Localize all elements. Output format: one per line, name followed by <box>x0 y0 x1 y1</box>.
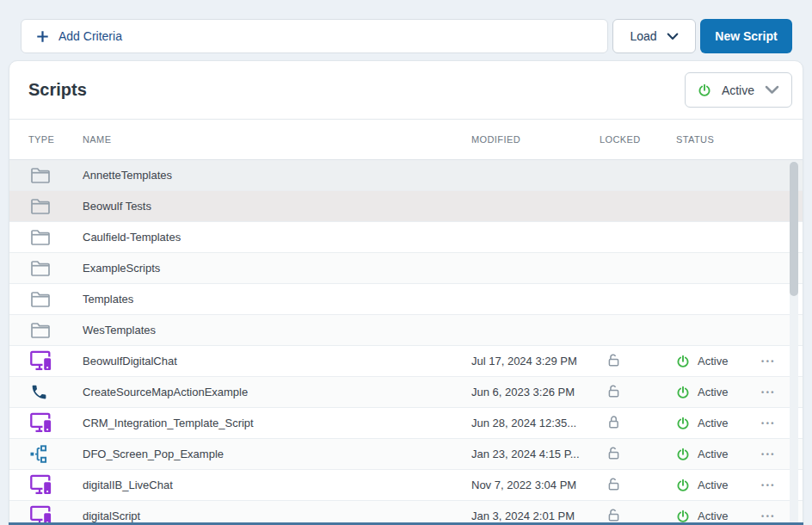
digital-script-icon <box>30 350 53 372</box>
script-name: AnnetteTemplates <box>83 169 471 182</box>
lock-open-icon <box>606 477 621 491</box>
column-header-type[interactable]: TYPE <box>28 134 83 145</box>
type-cell <box>28 474 83 496</box>
power-icon <box>676 448 690 461</box>
folder-icon <box>30 197 51 215</box>
toolbar: Add Criteria Load New Script <box>21 19 792 53</box>
modified-date: Nov 7, 2022 3:04 PM <box>471 479 600 491</box>
status-badge: Active <box>698 479 728 491</box>
table-row[interactable]: Beowulf Tests <box>9 191 803 222</box>
column-header-status[interactable]: STATUS <box>676 134 758 145</box>
folder-icon <box>30 259 51 277</box>
add-criteria-bar[interactable]: Add Criteria <box>21 19 608 53</box>
load-button[interactable]: Load <box>612 19 696 53</box>
scrollbar-thumb[interactable] <box>790 162 798 296</box>
row-menu-button[interactable]: ••• <box>760 385 778 400</box>
add-criteria-label: Add Criteria <box>58 29 122 43</box>
status-cell: Active <box>676 355 758 368</box>
folder-icon <box>30 321 51 339</box>
lock-cell <box>600 384 676 401</box>
power-icon <box>698 83 711 97</box>
column-header-modified[interactable]: MODIFIED <box>471 134 600 145</box>
table-body: AnnetteTemplates Beowulf Tests <box>9 160 803 525</box>
status-badge: Active <box>698 417 728 429</box>
column-header-name[interactable]: NAME <box>83 134 471 145</box>
column-header-locked[interactable]: LOCKED <box>600 134 676 145</box>
script-name: CRM_Integration_Template_Script <box>83 417 471 429</box>
script-name: Beowulf Tests <box>83 200 471 213</box>
row-menu-button[interactable]: ••• <box>760 416 778 431</box>
script-name: ExampleScripts <box>83 262 471 275</box>
status-badge: Active <box>698 510 728 522</box>
power-icon <box>676 510 690 523</box>
script-name: Caulfield-Templates <box>83 231 471 244</box>
lock-cell <box>600 477 676 494</box>
modified-date: Jun 6, 2023 3:26 PM <box>471 386 600 398</box>
status-cell: Active <box>676 417 758 430</box>
type-cell <box>28 228 83 246</box>
table-row[interactable]: CreateSourceMapActionExample Jun 6, 2023… <box>9 377 803 408</box>
script-name: WesTemplates <box>83 324 471 337</box>
type-cell <box>28 321 83 339</box>
script-name: DFO_Screen_Pop_Example <box>83 448 471 460</box>
table-row[interactable]: Caulfield-Templates <box>9 222 803 253</box>
lock-cell <box>600 446 676 463</box>
lock-open-icon <box>606 384 621 398</box>
status-cell: Active <box>676 448 758 461</box>
script-name: CreateSourceMapActionExample <box>83 386 471 398</box>
power-icon <box>676 417 690 430</box>
lock-cell <box>600 169 676 182</box>
row-menu-button[interactable]: ••• <box>760 509 778 524</box>
power-icon <box>676 479 690 492</box>
row-menu-button[interactable]: ••• <box>760 354 778 369</box>
script-name: digitalIB_LiveChat <box>83 479 471 491</box>
new-script-button-label: New Script <box>715 29 777 43</box>
folder-icon <box>30 166 51 184</box>
table-row[interactable]: ExampleScripts <box>9 253 803 284</box>
lock-cell <box>600 293 676 306</box>
scripts-panel: Scripts Active TYPE NAME MODIFIED LOCKED… <box>9 60 803 525</box>
type-cell <box>28 197 83 215</box>
page-title: Scripts <box>28 80 87 100</box>
power-icon <box>676 386 690 399</box>
type-cell <box>28 445 83 463</box>
load-button-label: Load <box>630 29 656 43</box>
table-row[interactable]: digitalScript Jan 3, 2024 2:01 PM Active… <box>9 501 803 525</box>
modified-date: Jan 23, 2024 4:15 P... <box>471 448 600 460</box>
scrollbar[interactable] <box>790 161 798 525</box>
type-cell <box>28 383 83 401</box>
phone-script-icon <box>30 383 48 401</box>
modified-date: Jan 3, 2024 2:01 PM <box>471 510 600 522</box>
table-row[interactable]: digitalIB_LiveChat Nov 7, 2022 3:04 PM A… <box>9 470 803 501</box>
lock-cell <box>600 262 676 275</box>
power-icon <box>676 355 690 368</box>
table-row[interactable]: Templates <box>9 284 803 315</box>
table-row[interactable]: CRM_Integration_Template_Script Jun 28, … <box>9 408 803 439</box>
script-name: Templates <box>83 293 471 306</box>
table-row[interactable]: WesTemplates <box>9 315 803 346</box>
status-badge: Active <box>698 448 728 460</box>
table-header: TYPE NAME MODIFIED LOCKED STATUS <box>9 120 803 160</box>
row-menu-button[interactable]: ••• <box>760 478 778 493</box>
table-row[interactable]: AnnetteTemplates <box>9 160 803 191</box>
folder-icon <box>30 290 51 308</box>
status-filter-label: Active <box>722 83 754 97</box>
status-cell: Active <box>676 510 758 523</box>
lock-closed-icon <box>606 415 621 429</box>
type-cell <box>28 350 83 372</box>
status-filter-dropdown[interactable]: Active <box>685 72 792 108</box>
lock-cell <box>600 324 676 337</box>
status-cell: Active <box>676 479 758 492</box>
status-badge: Active <box>698 355 728 368</box>
status-cell: Active <box>676 386 758 399</box>
chevron-down-icon <box>667 33 679 40</box>
lock-cell <box>600 231 676 244</box>
new-script-button[interactable]: New Script <box>700 19 792 53</box>
type-cell <box>28 290 83 308</box>
row-menu-button[interactable]: ••• <box>760 447 778 462</box>
modified-date: Jul 17, 2024 3:29 PM <box>471 355 600 368</box>
script-name: BeowulfDigitalChat <box>83 355 471 368</box>
table-row[interactable]: BeowulfDigitalChat Jul 17, 2024 3:29 PM … <box>9 346 803 377</box>
table-row[interactable]: DFO_Screen_Pop_Example Jan 23, 2024 4:15… <box>9 439 803 470</box>
lock-open-icon <box>606 353 621 368</box>
